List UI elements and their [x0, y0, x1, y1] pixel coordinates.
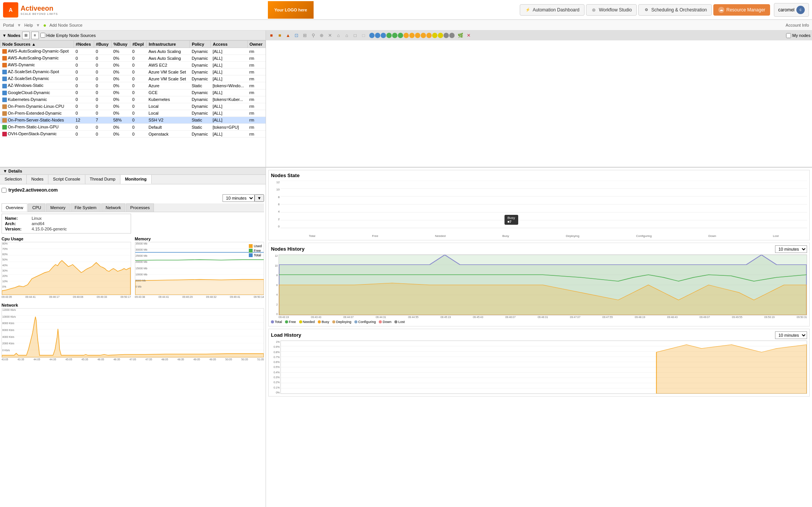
mon-tab-processes[interactable]: Processes	[126, 203, 154, 212]
tab-monitoring[interactable]: Monitoring	[120, 175, 152, 184]
mon-tab-overview[interactable]: Overview	[2, 203, 27, 212]
net-chart: 12000 Kb/s10000 Kb/s8000 Kb/s6000 Kb/s40…	[2, 308, 264, 358]
rtb-icon-11[interactable]: □	[351, 32, 359, 39]
cell-busy: 0	[94, 69, 111, 75]
cell-owner: rm	[247, 117, 265, 123]
server-checkbox[interactable]	[2, 188, 6, 193]
label-down: Down	[708, 234, 716, 238]
leg-total: Total	[271, 320, 282, 324]
toolbar-btn-1[interactable]: ⊞	[22, 32, 30, 39]
mon-tab-filesystem[interactable]: File System	[70, 203, 101, 212]
leg-busy: Busy	[318, 320, 329, 324]
logo-area: A Activeeon SCALE BEYOND LIMITS	[3, 2, 58, 18]
cell-policy: Dynamic	[190, 62, 211, 69]
network-section: Network	[2, 303, 264, 361]
table-row[interactable]: AZ-ScaleSet-Dynamic-Spot 0 0 0% 0 Azure …	[0, 69, 266, 75]
col-busy: #Busy	[94, 41, 111, 48]
circle-11	[426, 33, 432, 38]
rtb-icon-12[interactable]: □	[360, 32, 367, 39]
rtb-icon-5[interactable]: ⊞	[301, 32, 309, 39]
mon-tab-network[interactable]: Network	[101, 203, 125, 212]
tab-thread-dump[interactable]: Thread Dump	[85, 175, 120, 184]
tab-selection[interactable]: Selection	[0, 175, 27, 184]
mon-tab-cpu[interactable]: CPU	[28, 203, 45, 212]
cell-busy: 0	[94, 62, 111, 69]
toolbar-btn-2[interactable]: ≡	[31, 32, 39, 39]
tab-script-console[interactable]: Script Console	[48, 175, 85, 184]
rtb-icon-x[interactable]: ✕	[465, 32, 472, 39]
node-sources-table-container[interactable]: Node Sources ▲ #Nodes #Busy %Busy #Depl …	[0, 40, 266, 167]
load-history-section: Load History 10 minutes 30 minutes 1 hou…	[268, 329, 810, 397]
tab-nodes[interactable]: Nodes	[27, 175, 48, 184]
separator-2: ▼	[36, 23, 40, 27]
load-y-axis: 1%0.9%0.8%0.7%0.6%0.5%0.4%0.3%0.2%0.1%0%	[271, 341, 280, 394]
cell-owner: rm	[247, 82, 265, 89]
table-row[interactable]: Kubernetes-Dynamic 0 0 0% 0 Kubernetes D…	[0, 96, 266, 103]
table-row[interactable]: On-Prem-Server-Static-Nodes 12 7 58% 0 S…	[0, 117, 266, 123]
rtb-icon-3[interactable]: ▲	[284, 32, 292, 39]
your-logo-placeholder: Your LOGO here	[268, 1, 314, 19]
svg-rect-8	[2, 104, 7, 109]
circle-15	[449, 33, 455, 38]
cell-pct: 0%	[111, 110, 130, 117]
table-row[interactable]: On-Prem-Static-Linux-GPU 0 0 0% 0 Defaul…	[0, 124, 266, 131]
nav-resource[interactable]: ☁ Resource Manager	[713, 4, 770, 16]
table-row[interactable]: AWS-Dynamic 0 0 0% 0 AWS EC2 Dynamic [AL…	[0, 62, 266, 69]
nav-automation[interactable]: ⚡ Automation Dashboard	[520, 4, 585, 16]
cell-nodes: 12	[74, 117, 94, 123]
cell-infra: Openstack	[147, 131, 190, 138]
add-node-source-link[interactable]: Add Node Source	[50, 23, 83, 27]
cell-busy: 0	[94, 82, 111, 89]
cell-pct: 0%	[111, 48, 130, 55]
col-policy: Policy	[190, 41, 211, 48]
table-row[interactable]: AZ-Windows-Static 0 0 0% 0 Azure Static …	[0, 82, 266, 89]
net-x-labels: 43:0543:3544:0544:3545:0545:3546:0546:35…	[2, 358, 264, 361]
time-select-dropdown[interactable]: 10 minutes 30 minutes 1 hour 3 hours	[223, 194, 255, 202]
nodes-toggle[interactable]: ▼ Nodes	[2, 33, 21, 38]
rtb-icon-10[interactable]: ⌂	[343, 32, 351, 39]
time-refresh-btn[interactable]: ▼	[255, 194, 264, 202]
hide-empty-checkbox[interactable]	[40, 33, 45, 38]
state-chart-area: Busy■7	[280, 181, 807, 228]
user-button[interactable]: caromel c	[774, 3, 809, 17]
time-selector: 10 minutes 30 minutes 1 hour 3 hours ▼	[2, 194, 264, 202]
history-svg	[279, 255, 807, 315]
my-nodes-checkbox[interactable]	[786, 33, 791, 38]
table-row[interactable]: OVH-OpenStack-Dynamic 0 0 0% 0 Openstack…	[0, 131, 266, 138]
rtb-icon-6[interactable]: ⚲	[309, 32, 317, 39]
node-sources-panel: ▼ Nodes ⊞ ≡ Hide Empty Node Sources Node…	[0, 30, 266, 167]
table-row[interactable]: On-Prem-Extended-Dynamic 0 0 0% 0 Local …	[0, 110, 266, 117]
account-info: Account Info	[786, 23, 809, 27]
history-time-select[interactable]: 10 minutes 30 minutes 1 hour	[775, 245, 807, 253]
rtb-icon-leaf[interactable]: 🌿	[456, 32, 464, 39]
svg-rect-3	[2, 70, 7, 74]
cell-owner: rm	[247, 96, 265, 103]
details-toggle[interactable]: ▼	[3, 169, 8, 173]
rtb-icon-8[interactable]: ✕	[326, 32, 334, 39]
table-row[interactable]: AWS-AutoScaling-Dynamic 0 0 0% 0 Aws Aut…	[0, 55, 266, 62]
rtb-icon-1[interactable]: ■	[267, 32, 275, 39]
workflow-icon: ◎	[591, 7, 597, 13]
table-row[interactable]: GoogleCloud-Dynamic 0 0 0% 0 GCE Dynamic…	[0, 89, 266, 96]
cell-name: OVH-OpenStack-Dynamic	[0, 131, 74, 138]
cell-access: [ALL]	[211, 48, 247, 55]
table-row[interactable]: AZ-ScaleSet-Dynamic 0 0 0% 0 Azure VM Sc…	[0, 75, 266, 82]
portal-link[interactable]: Portal	[3, 23, 14, 27]
rtb-icon-7[interactable]: ⊕	[318, 32, 325, 39]
cell-busy: 0	[94, 75, 111, 82]
rtb-icon-2[interactable]: ■	[276, 32, 283, 39]
rtb-icon-4[interactable]: ⊡	[293, 32, 300, 39]
mon-tab-memory[interactable]: Memory	[46, 203, 70, 212]
load-time-select[interactable]: 10 minutes 30 minutes 1 hour	[775, 331, 807, 339]
nav-workflow[interactable]: ◎ Workflow Studio	[586, 4, 637, 16]
nav-scheduling[interactable]: ⚙ Scheduling & Orchestration	[638, 4, 712, 16]
table-row[interactable]: On-Prem-Dynamic-Linux-CPU 0 0 0% 0 Local…	[0, 103, 266, 110]
help-link[interactable]: Help	[24, 23, 33, 27]
nodes-state-section: Nodes State 121086420	[268, 170, 810, 240]
circle-10	[421, 33, 426, 38]
right-charts-panel: Nodes State 121086420	[266, 168, 812, 507]
cell-nodes: 0	[74, 75, 94, 82]
hide-empty-label: Hide Empty Node Sources	[40, 33, 96, 38]
table-row[interactable]: AWS-AutoScaling-Dynamic-Spot 0 0 0% 0 Aw…	[0, 48, 266, 55]
rtb-icon-9[interactable]: ⌂	[335, 32, 342, 39]
